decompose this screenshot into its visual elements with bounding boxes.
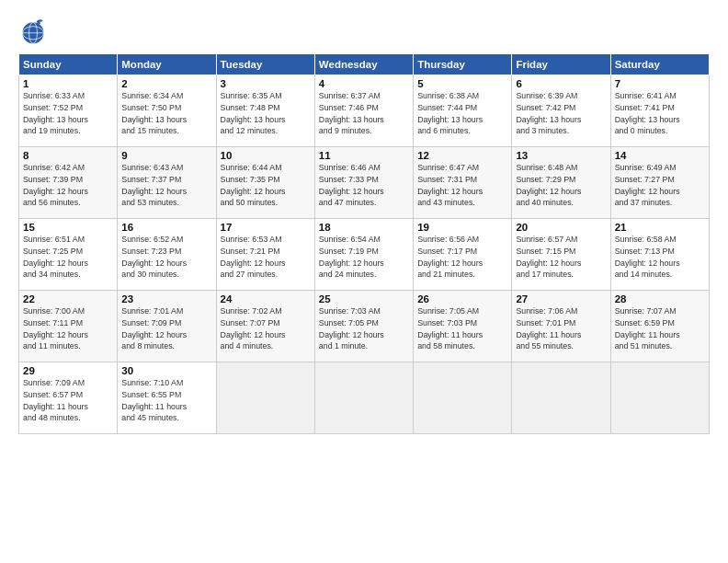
day-info: Sunrise: 6:41 AM Sunset: 7:41 PM Dayligh… [615,90,705,137]
day-number: 16 [121,222,211,233]
calendar-cell: 15Sunrise: 6:51 AM Sunset: 7:25 PM Dayli… [19,219,118,291]
day-number: 24 [221,293,311,304]
calendar-cell: 18Sunrise: 6:54 AM Sunset: 7:19 PM Dayli… [314,219,413,291]
day-number: 14 [615,150,705,161]
day-number: 19 [417,222,507,233]
calendar-cell: 5Sunrise: 6:38 AM Sunset: 7:44 PM Daylig… [414,75,512,147]
day-number: 3 [221,78,311,89]
day-info: Sunrise: 6:49 AM Sunset: 7:27 PM Dayligh… [615,162,705,209]
day-info: Sunrise: 7:06 AM Sunset: 7:01 PM Dayligh… [516,305,606,352]
day-info: Sunrise: 6:51 AM Sunset: 7:25 PM Dayligh… [23,234,113,281]
day-info: Sunrise: 6:35 AM Sunset: 7:48 PM Dayligh… [221,90,311,137]
day-info: Sunrise: 6:43 AM Sunset: 7:37 PM Dayligh… [121,162,211,209]
day-number: 11 [319,150,409,161]
logo [18,17,51,46]
calendar-cell [314,362,413,434]
calendar-cell: 3Sunrise: 6:35 AM Sunset: 7:48 PM Daylig… [216,75,314,147]
calendar-cell: 23Sunrise: 7:01 AM Sunset: 7:09 PM Dayli… [118,291,216,362]
calendar-cell: 7Sunrise: 6:41 AM Sunset: 7:41 PM Daylig… [610,75,709,147]
calendar-week-row-2: 8Sunrise: 6:42 AM Sunset: 7:39 PM Daylig… [19,147,710,219]
day-info: Sunrise: 7:03 AM Sunset: 7:05 PM Dayligh… [319,305,409,352]
day-info: Sunrise: 6:54 AM Sunset: 7:19 PM Dayligh… [319,234,409,281]
day-number: 2 [121,78,211,89]
day-info: Sunrise: 7:09 AM Sunset: 6:57 PM Dayligh… [23,377,113,424]
calendar-cell: 16Sunrise: 6:52 AM Sunset: 7:23 PM Dayli… [118,219,216,291]
day-number: 9 [121,150,211,161]
calendar-cell: 10Sunrise: 6:44 AM Sunset: 7:35 PM Dayli… [216,147,314,219]
calendar-cell: 14Sunrise: 6:49 AM Sunset: 7:27 PM Dayli… [610,147,709,219]
day-info: Sunrise: 6:58 AM Sunset: 7:13 PM Dayligh… [615,234,705,281]
calendar-cell: 8Sunrise: 6:42 AM Sunset: 7:39 PM Daylig… [19,147,118,219]
calendar-cell: 13Sunrise: 6:48 AM Sunset: 7:29 PM Dayli… [512,147,610,219]
calendar-cell: 26Sunrise: 7:05 AM Sunset: 7:03 PM Dayli… [414,291,512,362]
day-info: Sunrise: 6:57 AM Sunset: 7:15 PM Dayligh… [516,234,606,281]
day-number: 8 [23,150,113,161]
day-info: Sunrise: 6:34 AM Sunset: 7:50 PM Dayligh… [121,90,211,137]
day-number: 29 [23,365,113,376]
day-info: Sunrise: 6:42 AM Sunset: 7:39 PM Dayligh… [23,162,113,209]
day-number: 6 [516,78,606,89]
calendar-cell: 25Sunrise: 7:03 AM Sunset: 7:05 PM Dayli… [314,291,413,362]
day-info: Sunrise: 6:48 AM Sunset: 7:29 PM Dayligh… [516,162,606,209]
header [18,17,710,46]
day-info: Sunrise: 6:53 AM Sunset: 7:21 PM Dayligh… [221,234,311,281]
day-info: Sunrise: 6:47 AM Sunset: 7:31 PM Dayligh… [417,162,507,209]
calendar-cell: 28Sunrise: 7:07 AM Sunset: 6:59 PM Dayli… [610,291,709,362]
col-saturday: Saturday [610,54,709,75]
generalblue-logo-icon [18,17,48,46]
day-info: Sunrise: 6:56 AM Sunset: 7:17 PM Dayligh… [417,234,507,281]
calendar-table: Sunday Monday Tuesday Wednesday Thursday… [18,53,710,434]
calendar-cell: 9Sunrise: 6:43 AM Sunset: 7:37 PM Daylig… [118,147,216,219]
day-info: Sunrise: 7:02 AM Sunset: 7:07 PM Dayligh… [221,305,311,352]
day-info: Sunrise: 6:38 AM Sunset: 7:44 PM Dayligh… [417,90,507,137]
calendar-cell: 4Sunrise: 6:37 AM Sunset: 7:46 PM Daylig… [314,75,413,147]
day-number: 20 [516,222,606,233]
day-number: 18 [319,222,409,233]
day-info: Sunrise: 6:46 AM Sunset: 7:33 PM Dayligh… [319,162,409,209]
day-info: Sunrise: 6:37 AM Sunset: 7:46 PM Dayligh… [319,90,409,137]
day-number: 25 [319,293,409,304]
day-number: 12 [417,150,507,161]
calendar-cell: 27Sunrise: 7:06 AM Sunset: 7:01 PM Dayli… [512,291,610,362]
calendar-cell [216,362,314,434]
day-number: 13 [516,150,606,161]
day-number: 15 [23,222,113,233]
col-tuesday: Tuesday [216,54,314,75]
calendar-cell: 30Sunrise: 7:10 AM Sunset: 6:55 PM Dayli… [118,362,216,434]
day-number: 21 [615,222,705,233]
day-number: 22 [23,293,113,304]
day-info: Sunrise: 6:39 AM Sunset: 7:42 PM Dayligh… [516,90,606,137]
calendar-header-row: Sunday Monday Tuesday Wednesday Thursday… [19,54,710,75]
day-number: 28 [615,293,705,304]
col-wednesday: Wednesday [314,54,413,75]
day-number: 27 [516,293,606,304]
calendar-cell: 1Sunrise: 6:33 AM Sunset: 7:52 PM Daylig… [19,75,118,147]
day-number: 17 [221,222,311,233]
day-info: Sunrise: 7:01 AM Sunset: 7:09 PM Dayligh… [121,305,211,352]
day-number: 23 [121,293,211,304]
day-number: 1 [23,78,113,89]
calendar-cell: 2Sunrise: 6:34 AM Sunset: 7:50 PM Daylig… [118,75,216,147]
day-info: Sunrise: 6:44 AM Sunset: 7:35 PM Dayligh… [221,162,311,209]
calendar-week-row-1: 1Sunrise: 6:33 AM Sunset: 7:52 PM Daylig… [19,75,710,147]
day-info: Sunrise: 6:52 AM Sunset: 7:23 PM Dayligh… [121,234,211,281]
calendar-cell: 19Sunrise: 6:56 AM Sunset: 7:17 PM Dayli… [414,219,512,291]
page: Sunday Monday Tuesday Wednesday Thursday… [0,0,728,563]
col-monday: Monday [118,54,216,75]
day-info: Sunrise: 7:05 AM Sunset: 7:03 PM Dayligh… [417,305,507,352]
calendar-cell: 20Sunrise: 6:57 AM Sunset: 7:15 PM Dayli… [512,219,610,291]
calendar-cell: 21Sunrise: 6:58 AM Sunset: 7:13 PM Dayli… [610,219,709,291]
calendar-cell: 29Sunrise: 7:09 AM Sunset: 6:57 PM Dayli… [19,362,118,434]
col-thursday: Thursday [414,54,512,75]
calendar-cell [610,362,709,434]
day-number: 26 [417,293,507,304]
col-friday: Friday [512,54,610,75]
calendar-week-row-5: 29Sunrise: 7:09 AM Sunset: 6:57 PM Dayli… [19,362,710,434]
calendar-week-row-3: 15Sunrise: 6:51 AM Sunset: 7:25 PM Dayli… [19,219,710,291]
calendar-cell: 6Sunrise: 6:39 AM Sunset: 7:42 PM Daylig… [512,75,610,147]
day-number: 10 [221,150,311,161]
calendar-week-row-4: 22Sunrise: 7:00 AM Sunset: 7:11 PM Dayli… [19,291,710,362]
day-number: 7 [615,78,705,89]
day-number: 4 [319,78,409,89]
calendar-cell: 12Sunrise: 6:47 AM Sunset: 7:31 PM Dayli… [414,147,512,219]
